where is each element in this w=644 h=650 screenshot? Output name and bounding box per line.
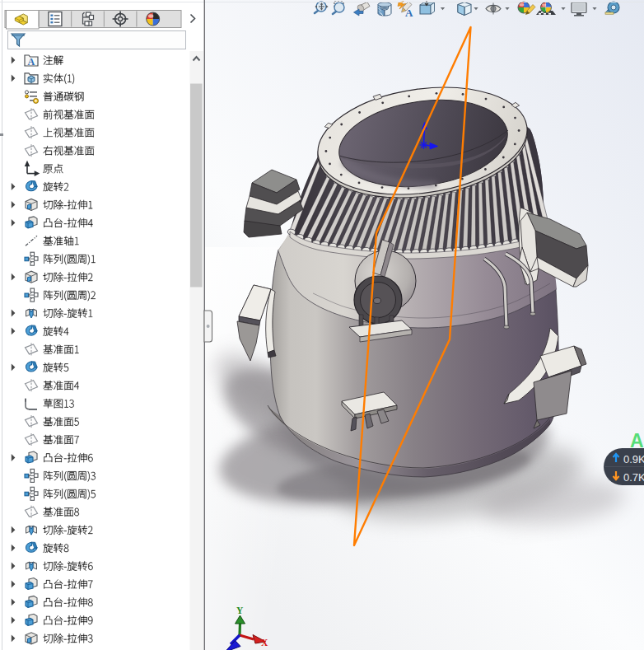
svg-text:X: X <box>261 638 268 648</box>
svg-text:Y: Y <box>236 606 244 615</box>
svg-text:0.7K: 0.7K <box>623 471 644 484</box>
svg-text:A: A <box>28 56 35 68</box>
svg-text:A: A <box>405 7 413 19</box>
svg-text:0.9K: 0.9K <box>623 453 644 465</box>
